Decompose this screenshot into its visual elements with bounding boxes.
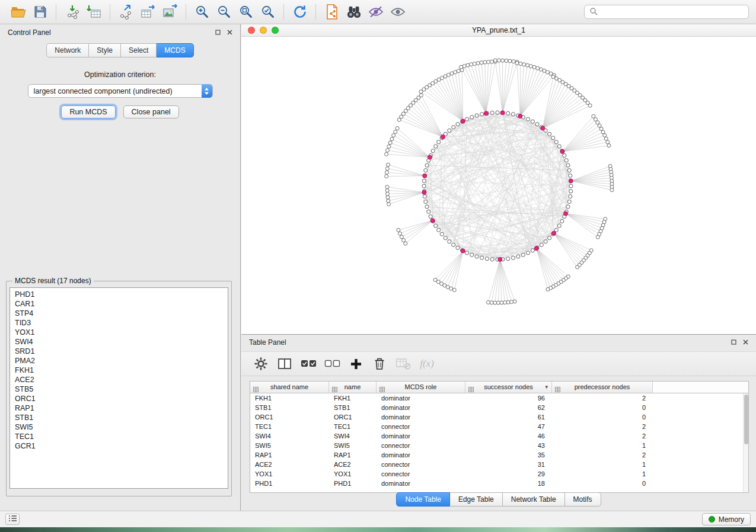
mcds-result-item[interactable]: YOX1 bbox=[10, 328, 228, 337]
import-table-icon[interactable] bbox=[83, 2, 105, 21]
mcds-result-item[interactable]: SWI5 bbox=[10, 422, 228, 432]
zoom-in-icon[interactable] bbox=[191, 2, 213, 21]
gear-icon[interactable] bbox=[252, 355, 270, 372]
column-header-name[interactable]: name bbox=[329, 382, 377, 393]
desktop-wallpaper-strip bbox=[0, 527, 756, 532]
binoculars-icon[interactable] bbox=[343, 2, 365, 21]
sort-indicator-icon: ▾ bbox=[545, 382, 548, 393]
table-panel-tabs: Node TableEdge TableNetwork TableMotifs bbox=[241, 492, 756, 507]
table-row[interactable]: ACE2ACE2connector311 bbox=[250, 460, 743, 469]
table-row[interactable]: RAP1RAP1dominator352 bbox=[250, 450, 743, 460]
table-row[interactable]: SWI4SWI4dominator462 bbox=[250, 431, 743, 441]
add-row-icon[interactable] bbox=[347, 355, 365, 372]
mcds-result-item[interactable]: GCR1 bbox=[10, 441, 228, 451]
network-canvas[interactable] bbox=[241, 37, 756, 334]
table-row[interactable]: TEC1TEC1connector472 bbox=[250, 422, 743, 431]
delete-table-icon[interactable] bbox=[394, 355, 412, 372]
eye-slash-icon[interactable] bbox=[365, 2, 387, 21]
open-session-icon[interactable] bbox=[7, 2, 29, 21]
mcds-result-item[interactable]: SWI4 bbox=[10, 337, 228, 347]
close-panel-icon[interactable] bbox=[227, 28, 232, 37]
tab-node-table[interactable]: Node Table bbox=[396, 492, 450, 507]
mcds-result-item[interactable]: TEC1 bbox=[10, 432, 228, 441]
scrollbar-thumb[interactable] bbox=[744, 395, 748, 444]
column-header-successor-nodes[interactable]: successor nodes▾ bbox=[465, 382, 552, 393]
toolbar-separator bbox=[186, 4, 186, 20]
mcds-result-item[interactable]: PMA2 bbox=[10, 356, 228, 366]
search-box[interactable] bbox=[584, 5, 749, 19]
table-row[interactable]: STB1STB1dominator620 bbox=[250, 403, 743, 412]
mcds-result-item[interactable]: RAP1 bbox=[10, 403, 228, 413]
tab-mcds[interactable]: MCDS bbox=[157, 43, 193, 57]
refresh-layout-icon[interactable] bbox=[289, 2, 311, 21]
table-row[interactable]: SWI5SWI5connector431 bbox=[250, 441, 743, 450]
table-scrollbar[interactable] bbox=[743, 393, 748, 492]
control-panel-tabs: NetworkStyleSelectMCDS bbox=[0, 43, 240, 57]
tab-style[interactable]: Style bbox=[89, 43, 121, 57]
columns-icon[interactable] bbox=[276, 355, 294, 372]
mcds-result-item[interactable]: TID3 bbox=[10, 318, 228, 328]
network-view-title: YPA_prune.txt_1 bbox=[472, 26, 525, 34]
optimization-criterion-select[interactable]: largest connected component (undirected) bbox=[28, 84, 213, 98]
import-network-icon[interactable] bbox=[61, 2, 83, 21]
mcds-result-title: MCDS result (17 nodes) bbox=[12, 277, 94, 285]
tab-network-table[interactable]: Network Table bbox=[503, 492, 565, 507]
window-maximize-icon[interactable] bbox=[272, 27, 279, 34]
tab-network[interactable]: Network bbox=[46, 43, 89, 57]
table-header-filler bbox=[653, 382, 748, 393]
table-toolbar: f(x) bbox=[241, 351, 756, 376]
mcds-result-item[interactable]: ORC1 bbox=[10, 394, 228, 403]
save-session-icon[interactable] bbox=[29, 2, 51, 21]
table-row[interactable]: FKH1FKH1dominator962 bbox=[250, 393, 743, 403]
select-all-icon[interactable] bbox=[299, 355, 317, 372]
export-table-icon[interactable] bbox=[137, 2, 159, 21]
main-toolbar bbox=[0, 0, 756, 24]
tab-motifs[interactable]: Motifs bbox=[565, 492, 601, 507]
float-table-panel-icon[interactable] bbox=[731, 338, 736, 347]
zoom-selected-icon[interactable] bbox=[257, 2, 279, 21]
zoom-out-icon[interactable] bbox=[213, 2, 235, 21]
tab-edge-table[interactable]: Edge Table bbox=[450, 492, 503, 507]
mcds-result-item[interactable]: ACE2 bbox=[10, 375, 228, 384]
float-panel-icon[interactable] bbox=[215, 28, 221, 37]
close-panel-button[interactable]: Close panel bbox=[123, 105, 179, 118]
application-window: Control Panel NetworkStyleSelectMCDS Opt… bbox=[0, 0, 756, 532]
column-header-MCDS-role[interactable]: MCDS role bbox=[377, 382, 465, 393]
deselect-all-icon[interactable] bbox=[323, 355, 341, 372]
tab-select[interactable]: Select bbox=[121, 43, 157, 57]
mcds-result-item[interactable]: FKH1 bbox=[10, 366, 228, 375]
table-row[interactable]: PHD1PHD1dominator180 bbox=[250, 479, 743, 488]
mcds-result-item[interactable]: SRD1 bbox=[10, 347, 228, 356]
column-header-shared-name[interactable]: shared name bbox=[250, 382, 329, 393]
toolbar-separator bbox=[283, 4, 284, 20]
mcds-result-item[interactable]: CAR1 bbox=[10, 299, 228, 309]
network-window-titlebar[interactable]: YPA_prune.txt_1 bbox=[241, 24, 756, 37]
table-panel-title: Table Panel bbox=[249, 338, 286, 347]
mcds-result-item[interactable]: PHD1 bbox=[10, 290, 228, 299]
fx-icon[interactable]: f(x) bbox=[418, 355, 436, 372]
delete-row-icon[interactable] bbox=[371, 355, 388, 372]
mcds-result-item[interactable]: STB5 bbox=[10, 384, 228, 394]
mcds-result-item[interactable]: STP4 bbox=[10, 309, 228, 318]
share-document-icon[interactable] bbox=[321, 2, 343, 21]
status-menu-button[interactable] bbox=[5, 514, 20, 525]
memory-status-icon bbox=[709, 516, 715, 523]
run-mcds-button[interactable]: Run MCDS bbox=[61, 105, 115, 118]
mcds-result-item[interactable]: STB1 bbox=[10, 413, 228, 422]
table-row[interactable]: YOX1YOX1connector291 bbox=[250, 469, 743, 479]
control-panel-title: Control Panel bbox=[8, 28, 51, 37]
eye-icon[interactable] bbox=[387, 2, 409, 21]
table-row[interactable]: ORC1ORC1dominator610 bbox=[250, 412, 743, 422]
export-network-icon[interactable] bbox=[115, 2, 137, 21]
export-image-icon[interactable] bbox=[159, 2, 181, 21]
close-table-panel-icon[interactable] bbox=[743, 338, 748, 347]
window-close-icon[interactable] bbox=[248, 27, 255, 34]
memory-label: Memory bbox=[719, 515, 744, 524]
column-header-predecessor-nodes[interactable]: predecessor nodes bbox=[552, 382, 653, 393]
search-input[interactable] bbox=[601, 8, 744, 16]
window-minimize-icon[interactable] bbox=[260, 27, 267, 34]
zoom-fit-icon[interactable] bbox=[235, 2, 257, 21]
memory-button[interactable]: Memory bbox=[702, 513, 751, 525]
mcds-result-list[interactable]: PHD1CAR1STP4TID3YOX1SWI4SRD1PMA2FKH1ACE2… bbox=[9, 287, 228, 489]
network-view-window: YPA_prune.txt_1 bbox=[241, 24, 756, 335]
